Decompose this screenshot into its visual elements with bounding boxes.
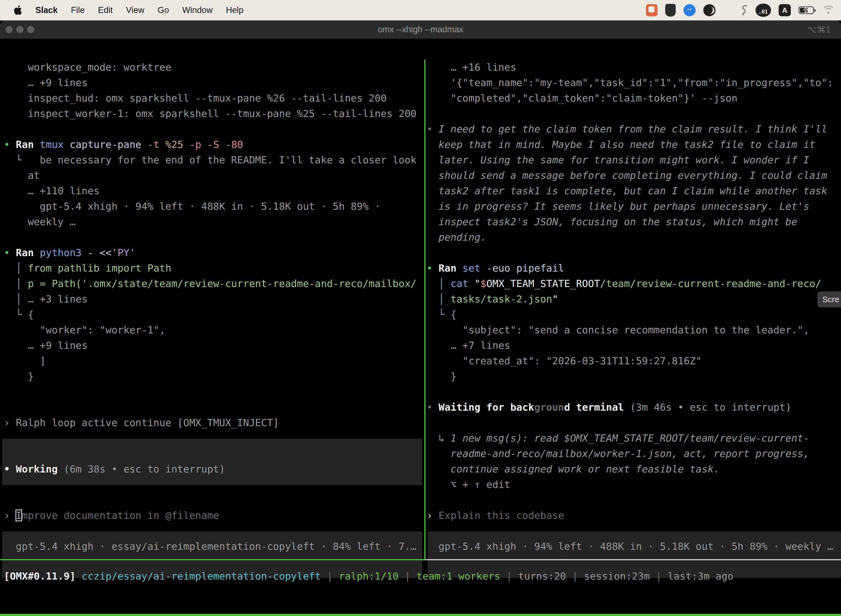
terminal-segment: pending. xyxy=(426,232,486,243)
terminal-segment: session:23m xyxy=(584,571,649,582)
terminal-line: "created_at": "2026-03-31T11:59:27.816Z" xyxy=(426,353,841,369)
terminal-segment: | xyxy=(566,571,584,582)
terminal-segment: turns:20 xyxy=(518,571,566,582)
terminal-segment: is in progress? It seems likely but perh… xyxy=(426,201,809,212)
menu-item-go[interactable]: Go xyxy=(158,5,169,15)
terminal-line: should send a message before completing … xyxy=(426,168,841,183)
terminal-line: ] xyxy=(4,353,424,369)
menu-item-window[interactable]: Window xyxy=(182,5,212,15)
terminal-segment: task2 after task1 is complete, but can I… xyxy=(426,185,827,197)
terminal-line: gpt-5.4 xhigh · 94% left · 488K in · 5.1… xyxy=(4,199,424,214)
terminal-line xyxy=(4,384,424,400)
terminal-segment: tmux xyxy=(40,139,70,150)
terminal-line: … +9 lines xyxy=(4,75,424,91)
menu-item-edit[interactable]: Edit xyxy=(98,5,113,15)
terminal-line: } xyxy=(426,369,841,384)
terminal-segment: Ran xyxy=(16,139,40,150)
terminal-line: │ … +3 lines xyxy=(4,292,424,307)
terminal-segment: at xyxy=(4,170,40,181)
terminal-segment: "worker": "worker-1", xyxy=(4,324,165,336)
terminal-segment: … +16 lines xyxy=(426,62,516,73)
terminal-line: • I need to get the claim token from the… xyxy=(426,122,841,137)
terminal-segment: mprove documentation in @filename xyxy=(22,510,219,521)
messenger-icon[interactable] xyxy=(683,4,696,16)
apple-menu-icon[interactable] xyxy=(14,5,23,16)
terminal-line: } xyxy=(4,369,424,384)
terminal-line xyxy=(426,245,841,261)
terminal-line xyxy=(4,477,424,492)
terminal-segment: 'PY' xyxy=(111,247,135,258)
menu-item-help[interactable]: Help xyxy=(226,5,244,15)
terminal-segment: '{"team_name":"my-team","task_id":"1","f… xyxy=(426,77,833,88)
terminal-segment: I xyxy=(16,510,22,521)
terminal-segment: │ xyxy=(4,263,28,274)
terminal-segment: -p -S -80 xyxy=(189,139,243,150)
terminal-segment: - << xyxy=(88,247,111,258)
terminal-segment: gpt-5.4 xhigh · essay/ai-reimplementatio… xyxy=(4,541,417,552)
terminal-segment: └ be necessary for the end of the README… xyxy=(4,154,417,166)
terminal-segment: Waiting for back xyxy=(438,402,534,413)
terminal-segment: ⌥ + ↑ edit xyxy=(426,479,510,490)
terminal-segment: [OMX#0.11.9] xyxy=(4,571,82,582)
shield-icon[interactable] xyxy=(665,4,676,16)
terminal-line: "subject": "send a concise recommendatio… xyxy=(426,322,841,338)
terminal-segment: groun xyxy=(534,402,564,413)
terminal-segment: (3m 46s • esc to interrupt) xyxy=(630,402,791,413)
terminal-segment: d terminal xyxy=(564,402,630,413)
active-app-name[interactable]: Slack xyxy=(35,5,58,15)
terminal-segment: from pathlib import Path xyxy=(28,263,171,274)
terminal-segment: -euo pipefail xyxy=(486,263,564,274)
battery-badge-icon[interactable]: ..61 xyxy=(756,4,771,17)
status-tray: ..61 A xyxy=(646,4,835,17)
terminal-segment: "completed","claim_token":"claim-token"}… xyxy=(426,92,737,104)
terminal-line: • Waiting for background terminal (3m 46… xyxy=(426,400,841,415)
chat-app-icon[interactable] xyxy=(646,4,658,16)
terminal-line: task2 after task1 is complete, but can I… xyxy=(426,183,841,199)
terminal-segment: keep that in mind. Maybe I also need the… xyxy=(426,139,815,150)
battery-charging-icon[interactable] xyxy=(799,6,814,14)
terminal-segment: | xyxy=(650,571,668,582)
seahorse-icon[interactable] xyxy=(741,5,748,16)
terminal-line: • Ran set -euo pipefail xyxy=(426,261,841,276)
terminal-segment: › Ralph loop active continue [OMX_TMUX_I… xyxy=(4,417,279,428)
pane-right[interactable]: … +16 lines '{"team_name":"my-team","tas… xyxy=(426,60,841,554)
terminal-segment: Explain this codebase xyxy=(438,510,564,521)
terminal-segment: … +9 lines xyxy=(4,340,88,351)
terminal-segment: " xyxy=(474,278,481,289)
wifi-icon[interactable] xyxy=(822,5,835,15)
terminal-line: at xyxy=(4,168,424,183)
moon-icon[interactable] xyxy=(703,4,715,16)
terminal-segment: } xyxy=(4,371,34,382)
terminal-segment: weekly … xyxy=(4,216,76,227)
input-source-icon[interactable]: A xyxy=(779,4,791,16)
terminal-segment: | xyxy=(500,571,518,582)
left-pane-border xyxy=(0,559,425,560)
tmux-status-bar[interactable]: [omx-cczip0:bash* "MacBook-Pro-44.local"… xyxy=(0,614,841,616)
terminal-segment: (6m 38s • esc to interrupt) xyxy=(64,463,225,475)
grid-dots-icon[interactable] xyxy=(723,5,733,15)
pane-left[interactable]: workspace_mode: worktree … +9 lines insp… xyxy=(0,60,424,554)
terminal-segment: • Working xyxy=(4,463,64,475)
menu-bar: Slack FileEditViewGoWindowHelp ..61 A xyxy=(0,0,841,21)
menu-item-view[interactable]: View xyxy=(126,5,144,15)
menu-item-file[interactable]: File xyxy=(71,5,85,15)
terminal-segment: Ran xyxy=(438,263,463,274)
terminal-line: › Ralph loop active continue [OMX_TMUX_I… xyxy=(4,415,424,431)
pane-divider[interactable] xyxy=(424,60,425,560)
terminal-line: • Ran python3 - <<'PY' xyxy=(4,245,424,261)
window-title-bar[interactable]: omx --xhigh --madmax ⌥⌘1 xyxy=(0,21,841,39)
terminal-segment: "subject": "send a concise recommendatio… xyxy=(426,324,809,336)
terminal-segment: readme-and-reco/mailbox/worker-1.json, a… xyxy=(426,448,809,459)
terminal-line: │ tasks/task-2.json" xyxy=(426,292,841,307)
terminal-segment: -t xyxy=(147,139,165,150)
terminal-line: ↳ 1 new msg(s): read $OMX_TEAM_STATE_ROO… xyxy=(426,431,841,446)
terminal-line: │ cat "$OMX_TEAM_STATE_ROOT/team/review-… xyxy=(426,276,841,292)
terminal-segment: | xyxy=(321,571,339,582)
terminal-segment: • xyxy=(426,263,438,274)
terminal-segment: Ran xyxy=(16,247,40,258)
terminal-segment: $ xyxy=(481,278,486,289)
terminal-segment: ↳ xyxy=(426,433,451,444)
terminal-segment: › xyxy=(426,510,438,521)
terminal-line: inspect_worker-1: omx sparkshell --tmux-… xyxy=(4,106,424,122)
terminal-line xyxy=(4,492,424,508)
